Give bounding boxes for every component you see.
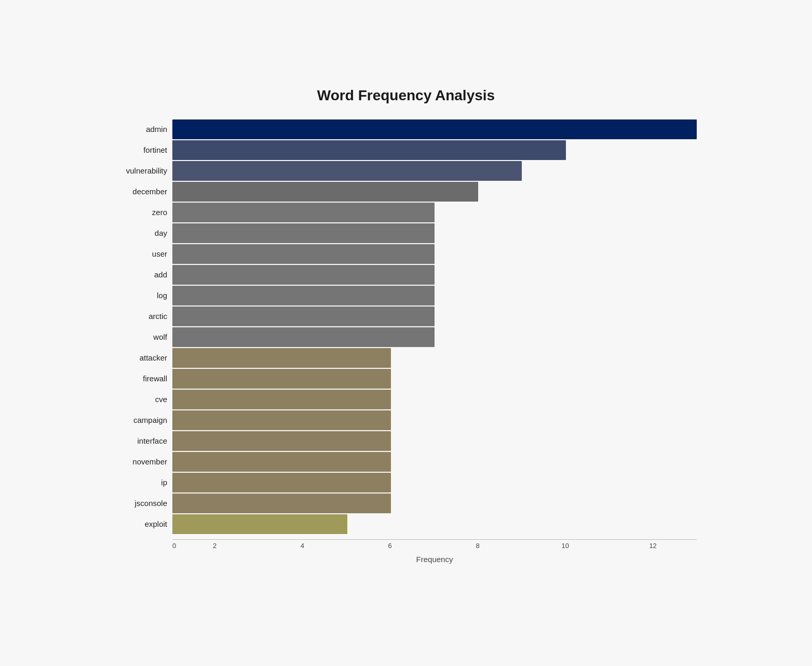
bar-track: [172, 390, 697, 409]
x-tick: 8: [434, 542, 522, 550]
bar-fill: [172, 265, 435, 285]
bar-label: admin: [115, 125, 172, 134]
bar-fill: [172, 286, 435, 305]
bar-fill: [172, 203, 435, 222]
bar-label: cve: [115, 395, 172, 404]
bar-track: [172, 327, 697, 347]
bar-track: [172, 494, 697, 513]
bar-label: firewall: [115, 374, 172, 383]
bar-label: zero: [115, 208, 172, 217]
bar-row: ip: [115, 473, 697, 492]
chart-container: Word Frequency Analysis adminfortinetvul…: [94, 72, 718, 595]
bar-fill: [172, 223, 435, 243]
bar-fill: [172, 369, 391, 389]
bar-row: zero: [115, 203, 697, 222]
bar-fill: [172, 390, 391, 409]
bar-row: interface: [115, 431, 697, 451]
bar-track: [172, 307, 697, 326]
bar-label: jsconsole: [115, 499, 172, 508]
bar-row: december: [115, 182, 697, 202]
bar-track: [172, 286, 697, 305]
bar-row: attacker: [115, 348, 697, 368]
bar-track: [172, 161, 697, 181]
bar-label: vulnerability: [115, 166, 172, 175]
bar-row: fortinet: [115, 140, 697, 160]
bar-fill: [172, 327, 435, 347]
bar-label: user: [115, 249, 172, 258]
bar-track: [172, 348, 697, 368]
bar-fill: [172, 307, 435, 326]
bar-row: user: [115, 244, 697, 264]
bar-track: [172, 119, 697, 139]
bar-track: [172, 203, 697, 222]
bar-label: arctic: [115, 312, 172, 321]
bar-track: [172, 182, 697, 202]
bar-fill: [172, 410, 391, 430]
bar-label: fortinet: [115, 145, 172, 154]
bar-track: [172, 265, 697, 285]
bar-track: [172, 431, 697, 451]
bar-row: admin: [115, 119, 697, 139]
bar-row: firewall: [115, 369, 697, 389]
bar-label: december: [115, 187, 172, 196]
bar-fill: [172, 182, 478, 202]
bar-track: [172, 473, 697, 492]
bar-fill: [172, 452, 391, 472]
bar-fill: [172, 494, 391, 513]
bar-row: jsconsole: [115, 494, 697, 513]
x-tick: 4: [259, 542, 346, 550]
bar-label: november: [115, 457, 172, 466]
x-tick: 6: [346, 542, 434, 550]
bar-label: wolf: [115, 332, 172, 341]
bar-row: cve: [115, 390, 697, 409]
bar-track: [172, 410, 697, 430]
bar-label: campaign: [115, 416, 172, 424]
bar-row: exploit: [115, 514, 697, 534]
bar-row: log: [115, 286, 697, 305]
x-ticks: 024681012: [172, 542, 697, 550]
bar-fill: [172, 431, 391, 451]
bar-row: arctic: [115, 307, 697, 326]
bar-label: ip: [115, 478, 172, 487]
bar-fill: [172, 473, 391, 492]
bar-fill: [172, 140, 566, 160]
bar-fill: [172, 244, 435, 264]
x-axis-label: Frequency: [115, 555, 697, 564]
bar-row: campaign: [115, 410, 697, 430]
bar-label: day: [115, 229, 172, 237]
bar-row: vulnerability: [115, 161, 697, 181]
bar-track: [172, 140, 697, 160]
bar-label: add: [115, 270, 172, 279]
bar-label: interface: [115, 436, 172, 445]
x-tick: 12: [609, 542, 697, 550]
bar-label: attacker: [115, 353, 172, 362]
bar-label: exploit: [115, 520, 172, 528]
x-tick: 2: [171, 542, 259, 550]
bar-row: day: [115, 223, 697, 243]
bar-row: november: [115, 452, 697, 472]
bar-row: add: [115, 265, 697, 285]
bar-fill: [172, 514, 347, 534]
bar-label: log: [115, 291, 172, 300]
bar-fill: [172, 348, 391, 368]
bar-track: [172, 514, 697, 534]
bar-row: wolf: [115, 327, 697, 347]
x-axis-line-container: [115, 539, 697, 540]
bar-track: [172, 223, 697, 243]
chart-title: Word Frequency Analysis: [115, 87, 697, 104]
chart-area: adminfortinetvulnerabilitydecemberzeroda…: [115, 119, 697, 535]
bar-track: [172, 452, 697, 472]
bar-track: [172, 369, 697, 389]
x-tick: 10: [521, 542, 609, 550]
bar-track: [172, 244, 697, 264]
bar-fill: [172, 119, 697, 139]
bar-fill: [172, 161, 522, 181]
